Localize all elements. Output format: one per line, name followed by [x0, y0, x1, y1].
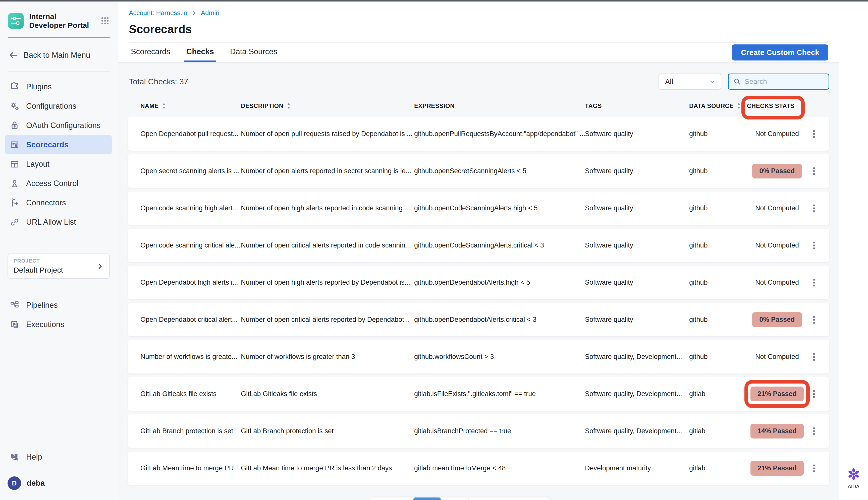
breadcrumb-admin-link[interactable]: Admin — [201, 9, 220, 17]
nav-item-icon — [10, 159, 20, 169]
check-name: GitLab Branch protection is set — [141, 427, 241, 435]
pagination-page[interactable] — [469, 498, 497, 500]
sidebar: Internal Developer Portal Back to Main M… — [0, 1, 118, 500]
nav-item-icon — [10, 82, 20, 92]
sidebar-nav-item[interactable]: Scorecards — [5, 135, 112, 155]
status-badge: Not Computed — [755, 130, 799, 138]
user-profile[interactable]: D deba — [8, 476, 110, 490]
table-row[interactable]: Number of workflows is greate... Number … — [128, 340, 829, 374]
sidebar-nav-item[interactable]: Pipelines — [5, 295, 112, 315]
app-title: Internal Developer Portal — [29, 12, 89, 30]
row-menu-kebab-icon[interactable] — [809, 426, 819, 436]
check-expression: github.openCodeScanningAlerts.critical <… — [414, 241, 585, 249]
row-menu-kebab-icon[interactable] — [809, 277, 819, 288]
check-tags: Software quality — [585, 130, 689, 138]
filter-dropdown[interactable]: All — [658, 73, 721, 90]
app-logo-row: Internal Developer Portal — [8, 12, 110, 30]
nav-item-icon — [10, 121, 20, 130]
breadcrumb-account-link[interactable]: Account: Harness.io — [129, 9, 187, 17]
check-tags: Software quality, Development... — [585, 427, 689, 435]
row-menu-kebab-icon[interactable] — [809, 240, 819, 250]
table-row[interactable]: GitLab Mean time to merge PR ... GitLab … — [128, 452, 829, 485]
sidebar-nav-item[interactable]: Access Control — [5, 174, 112, 193]
pagination-page[interactable] — [496, 498, 524, 500]
idp-logo-icon — [8, 13, 24, 29]
sidebar-nav-item[interactable]: OAuth Configurations — [5, 116, 112, 135]
table-row[interactable]: Open secret scanning alerts is ... Numbe… — [128, 155, 829, 188]
row-menu-kebab-icon[interactable] — [809, 203, 819, 213]
table-row[interactable]: Open code scanning high alert... Number … — [128, 192, 829, 225]
check-stats: 14% Passed — [747, 424, 807, 439]
check-expression: gitlab.meanTimeToMerge < 48 — [414, 464, 585, 472]
row-menu-kebab-icon[interactable] — [809, 129, 819, 139]
status-badge: 21% Passed — [750, 387, 804, 401]
tab[interactable]: Data Sources — [228, 43, 279, 62]
table-row[interactable]: Open code scanning critical ale... Numbe… — [128, 229, 829, 262]
sort-icon[interactable] — [737, 102, 741, 110]
table-row[interactable]: Open Dependabot critical alert... Number… — [128, 303, 829, 336]
check-tags: Software quality — [585, 316, 689, 323]
help-button[interactable]: Help — [10, 452, 110, 462]
check-tags: Software quality, Development... — [585, 390, 689, 398]
row-menu-kebab-icon[interactable] — [809, 166, 819, 176]
tab[interactable]: Scorecards — [129, 43, 172, 62]
check-tags: Software quality — [585, 241, 689, 249]
sidebar-nav-item[interactable]: Layout — [5, 155, 112, 174]
check-tags: Software quality, Development... — [585, 353, 689, 361]
status-badge: 14% Passed — [750, 424, 804, 439]
check-stats: Not Computed — [747, 353, 807, 361]
table-row[interactable]: Open Dependabot high alerts i... Number … — [128, 266, 829, 299]
chevron-right-icon — [96, 263, 104, 270]
check-data-source: github — [689, 241, 747, 249]
table-row[interactable]: GitLab Gitleaks file exists GitLab Gitle… — [128, 377, 829, 411]
tab[interactable]: Checks — [184, 43, 216, 62]
back-arrow-icon — [9, 51, 18, 60]
pagination-next[interactable] — [524, 498, 552, 500]
row-menu-kebab-icon[interactable] — [809, 352, 819, 362]
right-scroll-strip: AIDA — [839, 1, 868, 500]
pagination-prev[interactable] — [369, 498, 413, 500]
table-row[interactable]: GitLab Branch protection is set GitLab B… — [128, 414, 829, 448]
project-selector[interactable]: PROJECT Default Project — [8, 253, 110, 279]
back-to-main-menu[interactable]: Back to Main Menu — [9, 51, 110, 60]
create-custom-check-button[interactable]: Create Custom Check — [732, 44, 828, 60]
column-header: TAGS — [585, 102, 689, 110]
sidebar-nav-item[interactable]: Connectors — [5, 193, 112, 212]
project-label: PROJECT — [13, 258, 104, 264]
check-data-source: github — [689, 353, 747, 361]
check-description: Number of open alerts reported in secret… — [241, 167, 414, 175]
sidebar-nav-item[interactable]: Configurations — [5, 96, 112, 116]
check-name: Open Dependabot critical alert... — [141, 316, 241, 323]
check-stats: 21% Passed — [747, 461, 807, 476]
row-menu-kebab-icon[interactable] — [809, 463, 819, 474]
sidebar-nav-item[interactable]: Executions — [5, 315, 112, 334]
row-menu-kebab-icon[interactable] — [809, 389, 819, 399]
row-menu-kebab-icon[interactable] — [809, 315, 819, 325]
pagination-page-active[interactable] — [413, 498, 441, 500]
chevron-down-icon — [709, 78, 716, 85]
sort-icon[interactable] — [287, 102, 291, 110]
aida-assistant-button[interactable]: AIDA — [839, 467, 868, 489]
check-data-source: github — [689, 204, 747, 212]
sidebar-nav-item[interactable]: Plugins — [5, 77, 112, 96]
check-expression: github.openDependabotAlerts.high < 5 — [414, 279, 585, 286]
check-stats: 0% Passed — [747, 312, 807, 327]
sidebar-nav: Plugins Configurations OAuth Configurati… — [0, 77, 118, 232]
check-data-source: github — [689, 279, 747, 286]
check-expression: gitlab.isFileExists.".gitleaks.toml" == … — [414, 390, 585, 398]
project-name: Default Project — [13, 266, 104, 274]
avatar: D — [8, 476, 21, 490]
check-tags: Software quality — [585, 279, 689, 286]
sort-icon[interactable] — [162, 102, 166, 110]
module-grid-icon[interactable] — [100, 16, 110, 26]
toolbar: Total Checks: 37 All — [118, 62, 839, 90]
table-row[interactable]: Open Dependabot pull request... Number o… — [128, 117, 829, 151]
check-name: GitLab Gitleaks file exists — [141, 390, 241, 398]
nav-item-icon — [10, 300, 20, 310]
check-description: Number of open critical alerts reported … — [241, 316, 414, 323]
pagination-page[interactable] — [441, 498, 469, 500]
check-expression: github.openCodeScanningAlerts.high < 5 — [414, 204, 585, 212]
sidebar-nav-item[interactable]: URL Allow List — [5, 212, 112, 232]
check-name: Number of workflows is greate... — [141, 353, 241, 361]
search-input[interactable] — [745, 78, 824, 86]
